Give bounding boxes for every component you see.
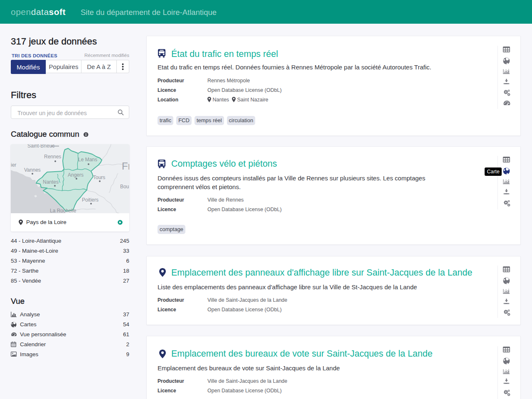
- svg-text:Fr: Fr: [122, 160, 129, 172]
- svg-text:Saint-Brieuc: Saint-Brieuc: [27, 144, 54, 149]
- svg-text:Le Mans: Le Mans: [78, 157, 97, 163]
- svg-text:La Rochelle: La Rochelle: [50, 208, 76, 213]
- svg-text:ier: ier: [11, 162, 16, 168]
- svg-text:Vannes: Vannes: [24, 167, 41, 173]
- svg-text:Rennes: Rennes: [44, 154, 61, 160]
- svg-text:Nantes: Nantes: [43, 179, 59, 185]
- svg-text:Bou: Bou: [120, 184, 129, 190]
- svg-text:Poitiers: Poitiers: [82, 197, 99, 203]
- svg-text:Tours: Tours: [93, 175, 105, 180]
- svg-text:Angers: Angers: [68, 172, 84, 178]
